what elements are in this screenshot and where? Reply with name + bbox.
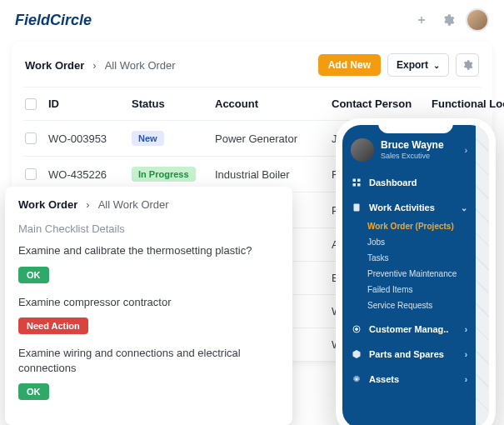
nav-dashboard[interactable]: Dashboard (342, 170, 476, 195)
cell-status: New (132, 131, 215, 146)
topbar: FieldCircle (0, 0, 504, 37)
svg-rect-4 (354, 204, 360, 212)
checklist-popup: Work Order › All Work Order Main Checkli… (5, 187, 292, 425)
chevron-right-icon: › (86, 198, 89, 211)
cell-account: Power Generator (215, 132, 332, 145)
nav-work-activities[interactable]: Work Activities ⌄ (342, 195, 476, 220)
export-label: Export (397, 59, 428, 71)
user-role: Sales Excutive (381, 152, 444, 160)
col-status[interactable]: Status (132, 98, 215, 110)
breadcrumb-current: All Work Order (105, 59, 176, 72)
col-location[interactable]: Functional Locati.. (432, 98, 504, 110)
row-checkbox[interactable] (25, 168, 37, 180)
svg-rect-2 (353, 183, 357, 187)
brand-logo: FieldCircle (15, 12, 92, 29)
checklist-item: Examine compressor contractor (18, 295, 279, 310)
nav-drawer: Bruce Wayne Sales Excutive › Dashboard W… (342, 125, 476, 425)
status-chip[interactable]: Need Action (18, 318, 88, 334)
clipboard-icon (351, 202, 362, 213)
breadcrumb: Work Order › All Work Order (25, 59, 176, 72)
gear-icon[interactable] (456, 53, 479, 77)
nav-label: Assets (369, 374, 399, 384)
breadcrumb: Work Order › All Work Order (18, 198, 279, 211)
col-contact[interactable]: Contact Person (332, 98, 432, 110)
nav-sub-item[interactable]: Tasks (367, 253, 476, 262)
chevron-right-icon: › (92, 59, 96, 72)
add-new-button[interactable]: Add New (318, 54, 381, 76)
avatar[interactable] (466, 8, 489, 32)
col-id[interactable]: ID (48, 98, 132, 110)
select-all-checkbox[interactable] (25, 98, 37, 110)
breadcrumb-root: Work Order (25, 59, 84, 72)
user-name: Bruce Wayne (381, 140, 444, 151)
nav-sublist: Work Order (Projects)JobsTasksPreventive… (342, 220, 476, 317)
chevron-right-icon: › (465, 375, 467, 384)
plus-icon[interactable] (412, 11, 431, 29)
gear-icon (351, 373, 362, 385)
svg-rect-0 (353, 179, 357, 182)
breadcrumb-root: Work Order (18, 198, 77, 211)
nav-label: Customer Manag.. (369, 324, 448, 334)
checklist-item: Examine wiring and connections and elect… (18, 346, 279, 375)
cell-id: WO-435226 (48, 168, 132, 181)
topbar-actions (412, 8, 489, 32)
mobile-frame: Bruce Wayne Sales Excutive › Dashboard W… (336, 118, 496, 425)
nav-label: Work Activities (369, 202, 435, 212)
section-title: Main Checklist Details (18, 222, 279, 235)
panel-header: Work Order › All Work Order Add New Expo… (23, 52, 481, 88)
header-actions: Add New Export⌄ (318, 53, 479, 77)
nav-sub-item[interactable]: Work Order (Projects) (367, 222, 476, 231)
chevron-down-icon: ⌄ (461, 203, 467, 212)
cell-status: In Progress (132, 167, 215, 182)
chevron-right-icon: › (465, 325, 467, 334)
status-badge: New (132, 131, 164, 146)
phone-body: Bruce Wayne Sales Excutive › Dashboard W… (342, 125, 489, 425)
breadcrumb-current: All Work Order (98, 198, 169, 211)
col-account[interactable]: Account (215, 98, 332, 110)
nav-sub-item[interactable]: Jobs (367, 238, 476, 247)
chevron-right-icon: › (465, 146, 467, 155)
gear-icon[interactable] (439, 11, 457, 29)
nav-label: Parts and Spares (369, 349, 444, 359)
status-chip[interactable]: OK (18, 383, 49, 400)
svg-point-6 (356, 328, 358, 331)
box-icon (351, 348, 362, 360)
status-badge: In Progress (132, 167, 196, 182)
nav-label: Dashboard (369, 178, 417, 188)
svg-rect-3 (357, 183, 361, 187)
dashboard-icon (351, 177, 362, 188)
chevron-down-icon: ⌄ (433, 61, 440, 70)
export-button[interactable]: Export⌄ (387, 53, 449, 77)
nav-sub-item[interactable]: Service Requests (367, 301, 476, 310)
nav-assets[interactable]: Assets › (342, 367, 476, 392)
status-chip[interactable]: OK (18, 267, 49, 283)
row-checkbox[interactable] (25, 132, 37, 144)
checklist-item: Examine and calibrate the thermosetting … (18, 243, 279, 258)
nav-sub-item[interactable]: Failed Items (367, 285, 476, 294)
cell-account: Industrial Boiler (215, 168, 332, 181)
nav-sub-item[interactable]: Preventive Maintenance (367, 269, 476, 278)
phone-notch (378, 118, 453, 133)
chevron-right-icon: › (465, 350, 467, 359)
target-icon (351, 323, 362, 335)
nav-parts[interactable]: Parts and Spares › (342, 342, 476, 367)
svg-rect-1 (357, 179, 361, 182)
nav-customer[interactable]: Customer Manag.. › (342, 317, 476, 342)
table-header: ID Status Account Contact Person Functio… (23, 88, 481, 121)
avatar (351, 138, 374, 162)
cell-id: WO-003953 (48, 132, 132, 145)
